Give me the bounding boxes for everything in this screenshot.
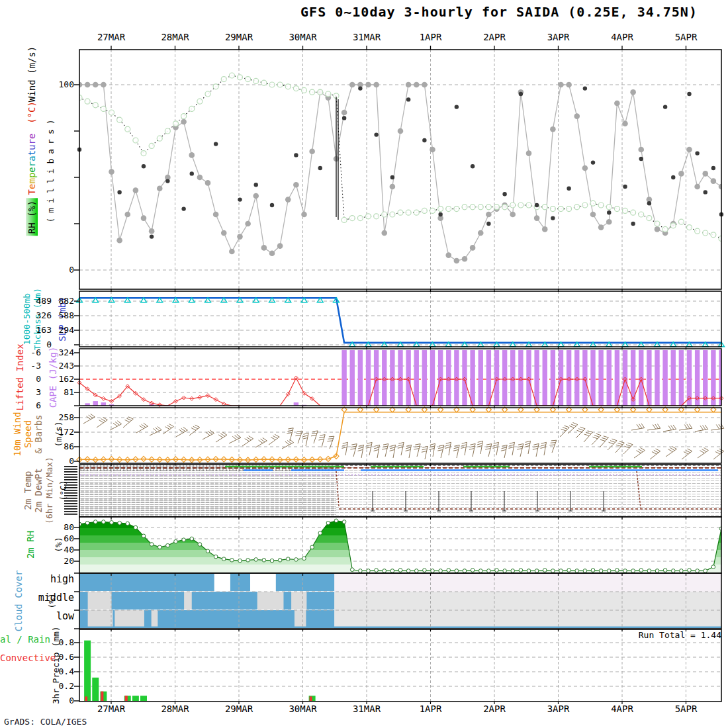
temp-unit-label: (°C) (26, 101, 37, 124)
x-axis-label-top: 27MAR (87, 32, 135, 42)
dark-scatter-dot (687, 92, 691, 96)
slp-ytick: 882 (53, 296, 74, 306)
precip-total-bar (92, 678, 99, 701)
precip-total-bar (132, 696, 139, 701)
li-ytick: 3 (21, 387, 41, 397)
rh2m-ytick: 20 (56, 556, 74, 566)
wind-barb (666, 449, 676, 457)
cape-bar (543, 350, 547, 406)
dark-scatter-dot (342, 116, 346, 120)
dark-scatter-dot (502, 192, 506, 196)
dark-scatter-dot (117, 190, 121, 194)
cape-ytick: 81 (53, 387, 74, 397)
dark-scatter-dot (671, 175, 675, 179)
wind-barb (449, 442, 451, 455)
dark-scatter-dot (390, 175, 394, 179)
cloud-row-label: high (33, 573, 74, 585)
cape-bar (679, 350, 684, 406)
cape-bar (350, 350, 355, 406)
x-axis-label-bottom: 2APR (471, 704, 518, 714)
wind-barb (496, 442, 498, 455)
wind-barb (298, 431, 302, 443)
wind-barb (600, 437, 608, 447)
cape-bar (590, 350, 595, 406)
dark-scatter-dot (422, 138, 426, 142)
dark-scatter-dot (254, 183, 258, 187)
dark-scatter-dot (406, 97, 410, 101)
li-ytick: -6 (21, 347, 41, 357)
dark-scatter-dot (214, 142, 218, 146)
dark-scatter-dot (535, 203, 539, 207)
precip-convective-bar (101, 692, 103, 701)
dark-scatter-dot (358, 86, 362, 90)
cape-bar (374, 350, 379, 406)
thickness-ytick: 163 (30, 325, 52, 335)
x-axis-label-top: 30MAR (279, 32, 327, 42)
wind-barb (663, 430, 676, 432)
slp-line (79, 298, 721, 343)
dark-scatter-dot (486, 222, 490, 226)
cape-bar (518, 350, 523, 406)
wind-barb (290, 428, 293, 441)
cape-bar (567, 350, 571, 406)
cape-bar (551, 350, 555, 406)
cape-bar (470, 350, 475, 406)
precip-ytick: 0.4 (50, 666, 74, 676)
dark-scatter-dot (294, 153, 298, 157)
wind-barb (306, 433, 308, 446)
rh2m-ytick: 80 (56, 522, 74, 532)
total-rain-legend: al / Rain (0, 634, 50, 645)
dark-scatter-dot (583, 86, 587, 90)
wind10m-ytick: 86 (52, 441, 74, 451)
cape-bar (687, 350, 692, 406)
wind-barb (536, 443, 539, 457)
wind-barb (216, 435, 227, 442)
wind-barb (401, 442, 404, 455)
dewpt2m-axis-label: 2m DewPt (33, 468, 44, 512)
cape-ytick: 243 (53, 361, 74, 371)
cape-bar (598, 350, 603, 406)
wind10m-axis-label-2: Speed (23, 420, 33, 448)
precip-convective-bar (85, 696, 87, 701)
precip-ytick: 0.8 (50, 637, 74, 647)
dark-scatter-dot (165, 179, 169, 183)
precip-total-bar (84, 641, 91, 701)
wind-barb (544, 442, 546, 455)
cape-bar (655, 350, 659, 406)
dark-scatter-dot (663, 105, 667, 109)
cape-bar (502, 350, 507, 406)
temp2m-unit-label: (°C) (58, 480, 68, 500)
barbs-axis-label: & Barbs (33, 414, 44, 453)
wind-barb (480, 441, 482, 454)
slp-ytick: 294 (53, 325, 74, 335)
dark-scatter-dot (190, 171, 194, 175)
dark-scatter-dot (181, 206, 185, 210)
wind-barb (512, 442, 514, 455)
run-total-annotation: Run Total = 1.44 (574, 630, 721, 640)
x-axis-label-bottom: 30MAR (279, 704, 327, 714)
wind-barb (123, 419, 133, 428)
temp-descent-line (637, 471, 641, 508)
cape-bar (582, 350, 587, 406)
wind-axis-label: Wind (m/s) (26, 46, 37, 102)
rh-gray-line (79, 85, 721, 261)
precip-convective-bar (125, 696, 128, 701)
wind-barb (353, 444, 357, 457)
x-axis-label-bottom: 29MAR (215, 704, 263, 714)
cape-bar (574, 350, 579, 406)
rh2m-ytick: 60 (56, 533, 74, 543)
wind10m-ytick: 0 (52, 456, 74, 466)
dark-scatter-dot (647, 201, 651, 205)
cape-bar (454, 350, 459, 406)
cape-bar (390, 350, 394, 406)
cape-bar (526, 350, 531, 406)
x-axis-label-top: 4APR (598, 32, 646, 42)
cape-bar (358, 350, 363, 406)
dark-scatter-dot (471, 164, 475, 168)
x-axis-label-top: 3APR (535, 32, 582, 42)
dark-scatter-dot (374, 132, 378, 136)
precip-ytick: 0.2 (50, 681, 74, 691)
x-axis-label-bottom: 3APR (535, 704, 582, 714)
x-axis-label-top: 5APR (662, 32, 710, 42)
wind-barb (465, 442, 467, 455)
